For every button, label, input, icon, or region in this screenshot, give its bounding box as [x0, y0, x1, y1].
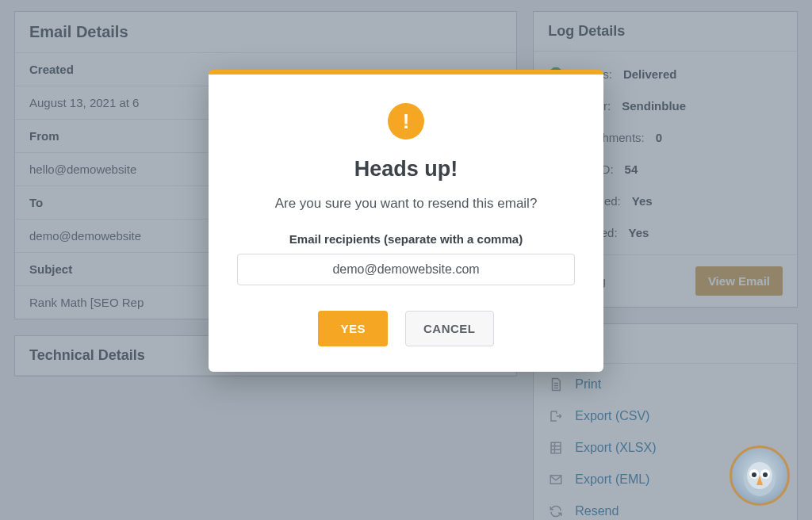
svg-point-7 — [752, 472, 756, 477]
modal-title: Heads up! — [237, 157, 575, 182]
help-avatar-button[interactable] — [730, 445, 790, 506]
resend-modal: ! Heads up! Are you sure you want to res… — [209, 70, 603, 372]
modal-subtitle: Are you sure you want to resend this ema… — [237, 196, 575, 212]
exclamation-icon: ! — [388, 103, 424, 140]
confirm-yes-button[interactable]: YES — [318, 311, 388, 346]
cancel-button[interactable]: CANCEL — [405, 311, 494, 346]
recipients-input-label: Email recipients (separate with a comma) — [237, 232, 575, 246]
modal-overlay[interactable]: ! Heads up! Are you sure you want to res… — [0, 0, 812, 520]
svg-point-8 — [763, 472, 768, 477]
recipients-input[interactable] — [237, 254, 575, 285]
